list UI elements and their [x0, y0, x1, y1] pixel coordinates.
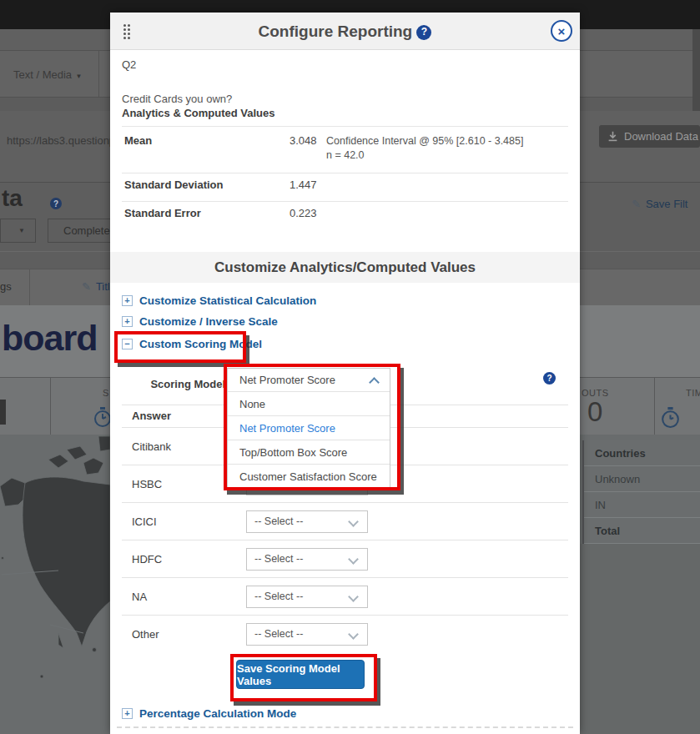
close-icon[interactable]: ×	[551, 20, 572, 42]
save-scoring-model-button[interactable]: Save Scoring Model Values	[236, 660, 365, 689]
stat-box-divider	[654, 378, 655, 435]
filter-dropdown[interactable]: ▼	[0, 219, 36, 243]
text-media-menu[interactable]: Text / Media ▼	[13, 67, 82, 82]
backdrop-area	[580, 544, 700, 734]
stat-label: Standard Error	[124, 207, 283, 219]
download-data-label: Download Data	[624, 130, 698, 143]
divider	[122, 126, 568, 127]
answer-row-na: NA -- Select --	[122, 578, 568, 616]
expander-label: Custom Scoring Model	[139, 338, 262, 350]
modal-header: Configure Reporting ? ×	[110, 13, 580, 50]
answer-label: NA	[122, 591, 246, 603]
stat-row: Standard Deviation 1.447	[122, 173, 568, 202]
countries-total-row: Total	[584, 518, 700, 544]
drag-handle-icon[interactable]	[123, 24, 130, 39]
stat-value: 1.447	[290, 178, 320, 191]
answer-label: Other	[122, 628, 246, 641]
dashed-divider	[117, 726, 573, 728]
answer-label: HDFC	[122, 553, 246, 566]
modal-title: Configure Reporting	[259, 23, 413, 40]
stat-label: Mean	[124, 134, 283, 163]
configure-reporting-modal: Configure Reporting ? × Q2 Credit Cards …	[110, 13, 580, 734]
stat-note: Confidence Interval @ 95% [2.610 - 3.485…	[326, 134, 568, 163]
help-icon[interactable]: ?	[416, 25, 431, 40]
score-select-hdfc[interactable]: -- Select --	[246, 548, 368, 571]
survey-url-text: https://labs3.questionpro	[7, 134, 125, 147]
country-row: Unknown	[584, 466, 700, 492]
option-none[interactable]: None	[228, 391, 390, 415]
answer-row-hdfc: HDFC -- Select --	[122, 540, 568, 578]
save-filter-label: Save Filt	[646, 198, 688, 210]
stat-row: Standard Error 0.223	[122, 202, 568, 229]
score-select-na[interactable]: -- Select --	[246, 586, 368, 608]
analytics-stats-table: Mean 3.048 Confidence Interval @ 95% [2.…	[122, 129, 568, 229]
option-top-bottom-box-score[interactable]: Top/Bottom Box Score	[228, 440, 390, 464]
started-label-truncated: S	[103, 388, 109, 398]
scoring-model-label: Scoring Model	[135, 378, 225, 390]
dropouts-value: 0	[587, 396, 602, 428]
analytics-values-header: Analytics & Computed Values	[122, 107, 275, 119]
collapse-minus-icon: −	[122, 339, 133, 349]
stat-row: Mean 3.048 Confidence Interval @ 95% [2.…	[122, 129, 568, 173]
world-map	[0, 435, 110, 734]
chevron-down-icon	[348, 629, 359, 640]
expander-inverse-scale[interactable]: + Customize / Inverse Scale	[122, 315, 278, 328]
stat-box-divider	[50, 378, 51, 435]
questionpro-dashboard: Text / Media ▼ https://labs3.questionpro…	[0, 0, 700, 734]
question-code: Q2	[122, 58, 136, 71]
chevron-down-icon	[348, 554, 359, 565]
expand-plus-icon: +	[122, 708, 133, 719]
help-icon[interactable]: ?	[50, 198, 62, 209]
time-label-truncated: TIM	[686, 388, 700, 398]
stat-value: 0.223	[290, 207, 320, 219]
stat-value: 3.048	[290, 134, 320, 163]
tab-divider	[29, 269, 30, 305]
download-icon	[607, 131, 618, 142]
scrollbar[interactable]	[692, 29, 700, 111]
caret-down-icon: ▼	[76, 73, 83, 80]
expander-percentage-calculation-mode[interactable]: + Percentage Calculation Mode	[122, 707, 296, 720]
selected-value: Net Promoter Score	[239, 374, 335, 386]
option-net-promoter-score[interactable]: Net Promoter Score	[228, 415, 390, 440]
text-media-label: Text / Media	[13, 68, 72, 81]
expander-label: Customize / Inverse Scale	[139, 315, 278, 328]
scoring-model-select[interactable]: Net Promoter Score	[228, 369, 390, 391]
help-icon[interactable]: ?	[543, 372, 556, 385]
dashboard-heading-truncated: board	[2, 318, 97, 359]
pencil-icon: ✎	[82, 280, 91, 293]
country-row: IN	[584, 492, 700, 518]
stat-label: Standard Deviation	[124, 178, 283, 191]
answer-row-icici: ICICI -- Select --	[122, 503, 568, 540]
question-text: Credit Cards you own?	[122, 93, 232, 105]
tab-settings-truncated[interactable]: gs	[0, 280, 12, 293]
expand-plus-icon: +	[122, 295, 133, 306]
countries-panel: Countries Unknown IN Total	[582, 440, 700, 544]
countries-header: Countries	[584, 440, 700, 466]
expander-label: Customize Statistical Calculation	[139, 294, 316, 307]
chevron-down-icon	[348, 516, 359, 527]
expander-custom-scoring-model[interactable]: − Custom Scoring Model	[122, 338, 262, 350]
expand-plus-icon: +	[122, 316, 133, 327]
download-data-button[interactable]: Download Data	[599, 125, 700, 148]
caret-down-icon: ▼	[18, 227, 25, 234]
modal-title-row: Configure Reporting ?	[110, 13, 580, 50]
stopwatch-icon	[659, 406, 682, 429]
toolbar-divider	[98, 51, 99, 97]
answer-row-other: Other -- Select --	[122, 616, 568, 652]
score-select-other[interactable]: -- Select --	[246, 623, 368, 646]
save-filter-link[interactable]: ✎ Save Filt	[632, 198, 687, 210]
data-heading-truncated: ta	[2, 185, 23, 212]
score-select-icici[interactable]: -- Select --	[246, 510, 368, 533]
answer-label: ICICI	[122, 515, 246, 528]
chevron-down-icon	[348, 591, 359, 602]
pencil-icon: ✎	[632, 198, 641, 210]
expander-statistical-calculation[interactable]: + Customize Statistical Calculation	[122, 294, 316, 307]
customize-section-header: Customize Analytics/Computed Values	[110, 252, 580, 283]
scoring-model-dropdown: Net Promoter Score None Net Promoter Sco…	[227, 368, 390, 489]
chevron-up-icon	[369, 377, 380, 388]
completed-label: Completed	[63, 224, 116, 237]
expander-label: Percentage Calculation Mode	[139, 707, 296, 720]
stat-value-truncated	[0, 400, 6, 425]
option-customer-satisfaction-score[interactable]: Customer Satisfaction Score	[228, 464, 390, 488]
